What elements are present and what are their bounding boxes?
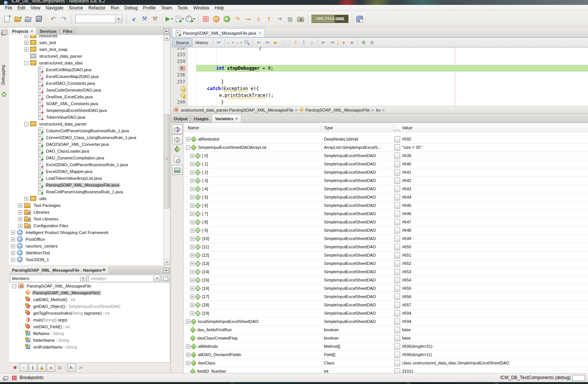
comment-button[interactable]: ≣ [359, 39, 368, 46]
tree-item[interactable]: +utils [9, 195, 164, 202]
menu-edit[interactable]: Edit [15, 5, 28, 11]
expand-icon[interactable]: + [190, 262, 194, 266]
expand-icon[interactable]: + [190, 162, 194, 166]
tree-item[interactable]: +SiteWorxTest [9, 249, 164, 256]
variables-row[interactable]: +[13]SimpleInputExcelSheetDAO...#652 [184, 259, 588, 268]
tree-item[interactable]: ExcelColumnMap2DAO.java [9, 73, 164, 80]
value-ellipsis-button[interactable]: ... [394, 194, 400, 200]
expand-icon[interactable]: + [186, 353, 190, 357]
expand-icon[interactable]: + [190, 203, 194, 208]
menu-refactor[interactable]: Refactor [86, 5, 108, 11]
variables-row[interactable]: +[14]SimpleInputExcelSheetDAO...#653 [184, 268, 588, 276]
tree-item[interactable]: ParsingSOAP_XML_MessagesFile.java [9, 182, 164, 188]
variables-row[interactable]: +[15]SimpleInputExcelSheetDAO...#654 [184, 276, 588, 285]
gutter-line[interactable] [171, 92, 187, 99]
show-pictures-button[interactable] [172, 165, 183, 175]
variables-row[interactable]: daoClassCreatedFlagboolean...false [184, 334, 588, 343]
tree-item[interactable]: JavaCodeGeneratorDAO.java [9, 87, 164, 93]
expand-icon[interactable]: + [190, 212, 194, 216]
tree-item[interactable]: SOAP_XML_Constants.java [9, 100, 164, 107]
value-ellipsis-button[interactable]: ... [394, 335, 400, 341]
variables-row[interactable]: +[ 8]SimpleInputExcelSheetDAO...#647 [184, 218, 588, 226]
expand-icon[interactable]: + [11, 244, 15, 248]
tree-item[interactable]: +PostOffice [9, 236, 164, 243]
variables-row[interactable]: +[10]SimpleInputExcelSheetDAO...#649 [184, 234, 588, 243]
project-configuration-combo[interactable]: ▼ [75, 15, 122, 23]
expand-icon[interactable]: + [190, 170, 194, 174]
value-ellipsis-button[interactable]: ... [394, 310, 400, 317]
tab-files[interactable]: Files [60, 28, 76, 35]
value-ellipsis-button[interactable]: ... [394, 211, 400, 217]
debug-project-button[interactable]: 1|3▼ [175, 13, 186, 24]
scrollbar-thumb[interactable] [164, 114, 170, 208]
expand-icon[interactable]: + [190, 220, 194, 224]
tree-item[interactable]: DAO_DynamicCompilation.java [9, 155, 164, 161]
menu-navigate[interactable]: Navigate [43, 5, 66, 11]
find-next-button[interactable]: ⇒ [263, 39, 271, 46]
navigator-item[interactable]: folderName : String [9, 337, 170, 344]
tree-item[interactable]: SimpleInputExcelSheetDAO.java [9, 107, 164, 114]
value-ellipsis-button[interactable]: ... [394, 153, 400, 159]
minimize-icon[interactable] [164, 268, 169, 273]
apply-code-changes-button[interactable]: ▦ [285, 13, 295, 24]
tree-item[interactable]: +ranchers_centers [9, 243, 164, 249]
variables-row[interactable]: -SimpleInputExcelSheetDAOArrayListArrayL… [184, 143, 588, 152]
menu-help[interactable]: Help [212, 5, 227, 11]
value-ellipsis-button[interactable]: ... [394, 352, 400, 358]
value-ellipsis-button[interactable]: ... [394, 186, 400, 192]
step-into-button[interactable]: ⇓ [253, 13, 264, 24]
variables-row[interactable]: +[ 0]SimpleInputExcelSheetDAO...#639 [184, 151, 588, 160]
back-button[interactable]: ←▾ [226, 39, 235, 46]
value-ellipsis-button[interactable]: ... [394, 294, 400, 300]
chevron-down-icon[interactable]: ▾ [231, 41, 235, 44]
variables-row[interactable]: +allMethodsMethod[]...#595(length=31) [184, 342, 588, 351]
expand-icon[interactable]: + [24, 41, 28, 45]
clean-build-project-button[interactable]: ⚒ [150, 13, 160, 24]
tree-item[interactable]: OneRow_ExcelCells.java [9, 93, 164, 100]
find-previous-button[interactable]: ⇐ [255, 39, 263, 46]
navigator-table-button[interactable] [161, 275, 170, 282]
members-dropdown[interactable]: Members▼ [10, 275, 87, 282]
menu-run[interactable]: Run [108, 5, 122, 11]
filter-dropdown[interactable]: <empty>▼ [88, 275, 161, 282]
run-to-cursor-button[interactable]: ⇥ [274, 13, 285, 24]
expand-icon[interactable]: + [190, 179, 194, 183]
expand-icon[interactable]: + [190, 303, 194, 307]
run-project-button[interactable]: ▶▼ [164, 13, 175, 24]
gutter-line[interactable]: 240 [171, 99, 187, 106]
debugging-dock-tab[interactable]: Debugging [1, 65, 5, 85]
status-breakpoints-label[interactable]: Breakpoints [20, 375, 43, 380]
continue-debugger-button[interactable]: ▶ [221, 13, 232, 24]
close-icon[interactable]: ✕ [235, 117, 238, 121]
expand-icon[interactable]: + [190, 295, 194, 299]
breadcrumb-item[interactable]: unstructured_data_parser.ParsingSOAP_XML… [173, 107, 293, 113]
tree-item[interactable]: Excel2DAO_CellParserBusinessRule_1.java [9, 161, 164, 168]
stop-debugger-button[interactable] [200, 13, 211, 24]
menu-debug[interactable]: Debug [122, 5, 140, 11]
last-edit-position-button[interactable]: ↩ [215, 39, 223, 46]
sort-alphabetically-button[interactable]: A↓ [68, 364, 76, 372]
variables-row[interactable]: +[ 4]SimpleInputExcelSheetDAO...#643 [184, 185, 588, 193]
step-over-button[interactable]: ↷ [232, 13, 243, 24]
expand-icon[interactable]: + [24, 47, 28, 52]
previous-bookmark-button[interactable]: ⇧ [291, 39, 299, 46]
variable-formatters-button[interactable] [172, 155, 182, 164]
tree-item[interactable]: +sam_test [9, 39, 164, 46]
value-ellipsis-button[interactable]: ... [394, 360, 400, 366]
open-project-button[interactable] [23, 13, 33, 24]
collapse-icon[interactable]: - [186, 145, 190, 150]
shift-line-left-button[interactable]: ⇤ [319, 39, 328, 46]
build-project-button[interactable]: ⚒ [139, 13, 150, 24]
gutter-line[interactable]: 233 [171, 51, 187, 58]
chevron-down-icon[interactable]: ▼ [80, 275, 86, 281]
navigator-item[interactable]: callDAO_Method() : int [9, 296, 170, 303]
expand-icon[interactable]: + [11, 258, 15, 262]
tab-services[interactable]: Services [37, 28, 60, 35]
shift-line-right-button[interactable]: ⇥ [328, 39, 336, 46]
navigator-item[interactable]: main(String[] args) [9, 317, 170, 323]
tree-item[interactable]: +TestJSON_1 [9, 256, 164, 263]
expand-icon[interactable]: + [18, 210, 22, 214]
value-ellipsis-button[interactable]: ... [394, 285, 400, 292]
value-ellipsis-button[interactable]: ... [394, 236, 400, 242]
variables-row[interactable]: +[ 3]SimpleInputExcelSheetDAO...#642 [184, 176, 588, 185]
